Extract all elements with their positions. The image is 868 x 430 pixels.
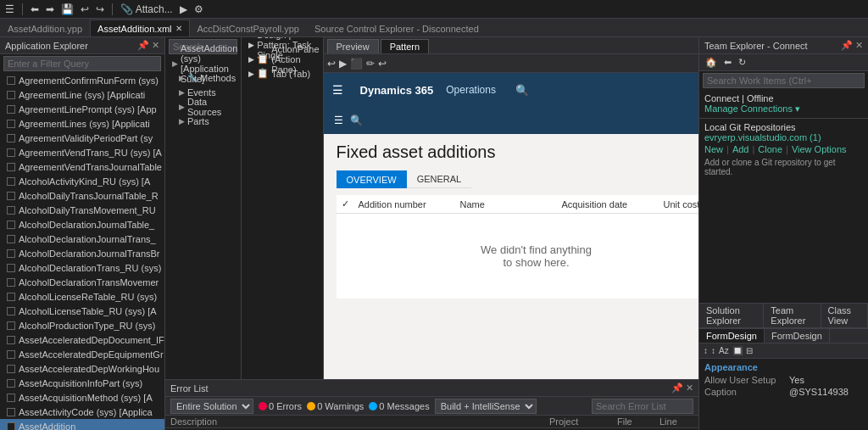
prop-filter-icon[interactable]: 🔲 (732, 345, 743, 356)
tab-team-explorer[interactable]: Team Explorer (764, 304, 821, 327)
manage-connections-link[interactable]: Manage Connections ▾ (704, 103, 863, 114)
file-tree-asset-addition[interactable]: ▶ AssetAddition (sys) [Application Suite… (165, 56, 241, 70)
tree-checkbox[interactable] (7, 221, 15, 229)
tree-item-agreementvendtransj[interactable]: AgreementVendTransJournalTable (0, 159, 164, 174)
d365-overview-btn[interactable]: OVERVIEW (337, 170, 407, 188)
tree-item-alcoholdectransmov[interactable]: AlcoholDeclarationTransMovemer (0, 275, 164, 289)
tree-checkbox[interactable] (7, 206, 15, 215)
tree-checkbox[interactable] (7, 163, 15, 171)
file-tree-methods[interactable]: ▶ 🔧 Methods (165, 70, 241, 85)
error-search-input[interactable] (592, 399, 693, 414)
tree-checkbox[interactable] (7, 350, 15, 359)
team-home-icon[interactable]: 🏠 (703, 56, 720, 69)
tree-item-agreementlines[interactable]: AgreementLines (sys) [Applicati (0, 116, 164, 131)
team-close-icon[interactable]: ✕ (855, 40, 863, 51)
tree-item-alcoholdailytrans[interactable]: AlcoholDailyTransJournalTable_R (0, 188, 164, 203)
tree-item-alcoholdecjournaltrans[interactable]: AlcoholDeclarationJournalTrans_ (0, 232, 164, 246)
tab-solution-explorer[interactable]: Solution Explorer (699, 304, 764, 327)
refresh-icon[interactable]: ↩ (327, 58, 336, 70)
tree-item-assetactivity[interactable]: AssetActivityCode (sys) [Applica (0, 405, 164, 419)
tree-checkbox[interactable] (7, 278, 15, 287)
tab-close-icon[interactable]: ✕ (175, 24, 182, 33)
d365-sub-search-icon[interactable]: 🔍 (350, 114, 363, 126)
file-tree-datasources[interactable]: ▶ Data Sources (165, 99, 241, 114)
prop-sortaz-icon[interactable]: ↕ (703, 345, 709, 356)
pin-icon[interactable]: 📌 (671, 383, 683, 394)
tree-checkbox[interactable] (7, 148, 15, 157)
tree-checkbox[interactable] (7, 422, 15, 431)
tab-asset-addition-ypp[interactable]: AssetAddition.ypp (0, 20, 90, 36)
d365-menu-icon[interactable]: ☰ (334, 114, 343, 126)
stop-icon[interactable]: ⬛ (350, 58, 363, 70)
team-back-icon[interactable]: ⬅ (721, 56, 734, 69)
app-explorer-filter[interactable] (3, 56, 161, 71)
settings-icon[interactable]: ⚙ (192, 3, 205, 16)
build-dropdown[interactable]: Build + IntelliSense (435, 399, 537, 414)
tree-item-assetaccel2[interactable]: AssetAcceleratedDepEquipmentGr (0, 347, 164, 361)
tree-checkbox[interactable] (7, 105, 15, 114)
d365-search-icon[interactable]: 🔍 (515, 84, 529, 97)
d365-hamburger-icon[interactable]: ☰ (332, 83, 343, 97)
prop-sortza-icon[interactable]: ↕ (710, 345, 716, 356)
redo-icon[interactable]: ↪ (94, 3, 106, 16)
tree-item-assetacqinfo[interactable]: AssetAcquisitionInfoPart (sys) (0, 376, 164, 390)
tab-asset-addition-xml[interactable]: AssetAddition.xml ✕ (90, 20, 189, 36)
tree-item-assetacqmethod[interactable]: AssetAcquisitionMethod (sys) [A (0, 390, 164, 405)
close-panel-icon[interactable]: ✕ (152, 40, 159, 51)
tree-checkbox[interactable] (7, 192, 15, 200)
tree-item-alcoholdecjournaltransbr[interactable]: AlcoholDeclarationJournalTransBr (0, 246, 164, 260)
edit-icon[interactable]: ✏ (366, 58, 375, 70)
tree-checkbox[interactable] (7, 336, 15, 344)
tree-checkbox[interactable] (7, 264, 15, 272)
tree-item-alcohollicensere[interactable]: AlcoholLicenseReTable_RU (sys) (0, 289, 164, 304)
undo-icon[interactable]: ↩ (79, 3, 91, 16)
team-search-input[interactable] (703, 73, 865, 88)
file-tree-parts[interactable]: ▶ Parts (165, 114, 241, 128)
tab-class-view[interactable]: Class View (821, 304, 868, 327)
tree-checkbox[interactable] (7, 321, 15, 330)
tab-accdist[interactable]: AccDistConstPayroll.ypp (190, 20, 307, 36)
prop-minus-icon[interactable]: ⊟ (745, 345, 754, 356)
tree-checkbox[interactable] (7, 394, 15, 402)
save-icon[interactable]: 💾 (59, 3, 75, 16)
tree-checkbox[interactable] (7, 249, 15, 258)
team-refresh-icon[interactable]: ↻ (736, 56, 748, 69)
tree-item-alcoholdectrans[interactable]: AlcoholDeclarationTrans_RU (sys) (0, 260, 164, 275)
tree-item-alcoholdecjournal[interactable]: AlcoholDeclarationJournalTable_ (0, 217, 164, 232)
tree-checkbox[interactable] (7, 307, 15, 316)
forward-icon[interactable]: ➡ (44, 3, 56, 16)
tab-pattern[interactable]: Pattern (381, 39, 429, 53)
tree-item-agreementvalidity[interactable]: AgreementValidityPeriodPart (sy (0, 131, 164, 145)
properties-tab-formdesign2[interactable]: FormDesign (765, 329, 830, 343)
tree-item-agreementline[interactable]: AgreementLine (sys) [Applicati (0, 87, 164, 102)
tree-checkbox[interactable] (7, 134, 15, 142)
tree-item-agreementconfirm[interactable]: AgreementConfirmRunForm (sys) (0, 73, 164, 87)
tree-item-alcoholdailymov[interactable]: AlcoholDailyTransMovement_RU (0, 203, 164, 217)
tree-checkbox[interactable] (7, 76, 15, 85)
undo-icon[interactable]: ↩ (378, 58, 387, 70)
repo-new-link[interactable]: New (704, 144, 723, 154)
run-icon[interactable]: ▶ (178, 3, 189, 16)
tree-checkbox[interactable] (7, 293, 15, 301)
tree-item-agreementvendtrans[interactable]: AgreementVendTrans_RU (sys) [A (0, 145, 164, 159)
tree-checkbox[interactable] (7, 408, 15, 416)
design-tree-actionpane[interactable]: ▶ 📋 ActionPane (Action Pane) (242, 52, 322, 66)
app-menu-icon[interactable]: ☰ (3, 3, 16, 16)
repo-viewoptions-link[interactable]: View Options (792, 144, 847, 154)
close-error-panel-icon[interactable]: ✕ (686, 383, 693, 394)
prop-az-icon[interactable]: Az (718, 345, 730, 356)
tab-source-control[interactable]: Source Control Explorer - Disconnected (307, 20, 487, 36)
repo-name[interactable]: evryerp.visualstudio.com (1) (704, 132, 863, 142)
pin-icon[interactable]: 📌 (137, 40, 149, 51)
back-icon[interactable]: ⬅ (29, 3, 41, 16)
tree-item-assetaccel1[interactable]: AssetAcceleratedDepDocument_IF (0, 332, 164, 347)
team-pin-icon[interactable]: 📌 (841, 40, 853, 51)
tree-item-alcoholproduction[interactable]: AlcoholProductionType_RU (sys) (0, 318, 164, 332)
play-icon[interactable]: ▶ (339, 58, 347, 70)
tree-checkbox[interactable] (7, 365, 15, 373)
tree-item-assetaddition[interactable]: AssetAddition (0, 419, 164, 430)
d365-general-btn[interactable]: GENERAL (407, 170, 472, 188)
repo-clone-link[interactable]: Clone (758, 144, 782, 154)
design-tree-tab[interactable]: ▶ 📋 Tab (Tab) (242, 66, 322, 81)
properties-tab-formdesign[interactable]: FormDesign (699, 329, 765, 343)
